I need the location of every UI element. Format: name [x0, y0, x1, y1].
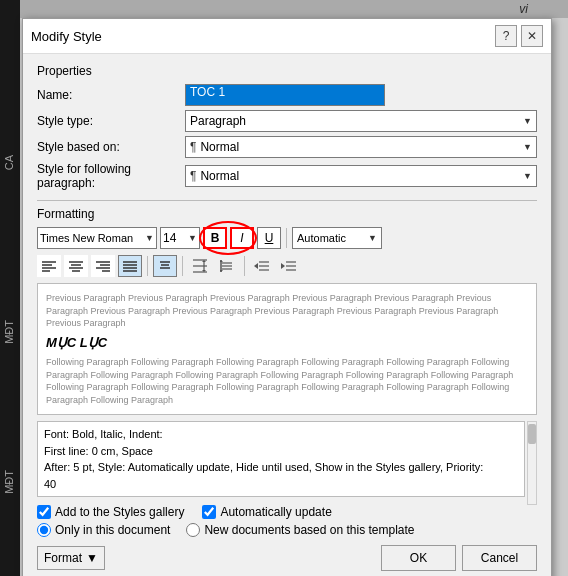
- align-right-button[interactable]: [91, 255, 115, 277]
- underline-button[interactable]: U: [257, 227, 281, 249]
- bottom-row: Format ▼ OK Cancel: [37, 545, 537, 571]
- ok-button[interactable]: OK: [381, 545, 456, 571]
- description-box: Font: Bold, Italic, Indent: First line: …: [37, 421, 525, 497]
- format-dropdown-button[interactable]: Format ▼: [37, 546, 105, 570]
- preview-box: Previous Paragraph Previous Paragraph Pr…: [37, 283, 537, 415]
- description-container: Font: Bold, Italic, Indent: First line: …: [37, 421, 537, 505]
- cancel-button[interactable]: Cancel: [462, 545, 537, 571]
- increase-indent-button[interactable]: [277, 255, 301, 277]
- radio-row: Only in this document New documents base…: [37, 523, 537, 537]
- preview-main-text: MỤC LỤC: [46, 334, 528, 352]
- preview-following-text: Following Paragraph Following Paragraph …: [46, 356, 528, 406]
- add-to-gallery-label: Add to the Styles gallery: [37, 505, 184, 519]
- name-input[interactable]: TOC 1: [185, 84, 385, 106]
- only-this-doc-radio[interactable]: [37, 523, 51, 537]
- dialog-controls: ? ✕: [495, 25, 543, 47]
- dialog-body: Properties Name: TOC 1 Style type: Parag…: [23, 54, 551, 576]
- decrease-indent-button[interactable]: [250, 255, 274, 277]
- new-documents-radio[interactable]: [186, 523, 200, 537]
- formatting-label: Formatting: [37, 207, 537, 221]
- dialog-title: Modify Style: [31, 29, 102, 44]
- style-type-value: Paragraph ▼: [185, 110, 537, 132]
- size-arrow: ▼: [188, 233, 197, 243]
- checkbox-row: Add to the Styles gallery Automatically …: [37, 505, 537, 519]
- size-select[interactable]: 14 ▼: [160, 227, 200, 249]
- style-type-arrow: ▼: [523, 116, 532, 126]
- color-arrow: ▼: [368, 233, 377, 243]
- align-separator-1: [147, 256, 148, 276]
- style-based-label: Style based on:: [37, 136, 177, 158]
- font-arrow: ▼: [145, 233, 154, 243]
- style-type-label: Style type:: [37, 110, 177, 132]
- style-following-select[interactable]: ¶ Normal ▼: [185, 165, 537, 187]
- color-select[interactable]: Automatic ▼: [292, 227, 382, 249]
- description-scrollbar[interactable]: [527, 421, 537, 505]
- description-text: Font: Bold, Italic, Indent: First line: …: [44, 428, 483, 490]
- style-based-value: ¶ Normal ▼: [185, 136, 537, 158]
- align-justify-button[interactable]: [118, 255, 142, 277]
- style-based-select[interactable]: ¶ Normal ▼: [185, 136, 537, 158]
- help-button[interactable]: ?: [495, 25, 517, 47]
- align-left-button[interactable]: [37, 255, 61, 277]
- auto-update-label: Automatically update: [202, 505, 331, 519]
- align-toolbar: [37, 255, 537, 277]
- properties-label: Properties: [37, 64, 537, 78]
- name-value: TOC 1: [185, 84, 537, 106]
- toolbar-separator-1: [286, 228, 287, 248]
- align-center-button[interactable]: [64, 255, 88, 277]
- add-to-gallery-checkbox[interactable]: [37, 505, 51, 519]
- scrollbar-thumb: [528, 424, 536, 444]
- modify-style-dialog: Modify Style ? ✕ Properties Name: TOC 1 …: [22, 18, 552, 576]
- new-documents-label: New documents based on this template: [186, 523, 414, 537]
- para-icon-following: ¶: [190, 169, 196, 183]
- style-based-arrow: ▼: [523, 142, 532, 152]
- center-with-bar-button[interactable]: [153, 255, 177, 277]
- bold-button[interactable]: B: [203, 227, 227, 249]
- italic-button[interactable]: I: [230, 227, 254, 249]
- svg-marker-38: [281, 263, 285, 269]
- align-separator-3: [244, 256, 245, 276]
- bold-italic-container: B: [203, 227, 227, 249]
- properties-grid: Name: TOC 1 Style type: Paragraph ▼ Styl…: [37, 84, 537, 190]
- style-following-label: Style for following paragraph:: [37, 162, 177, 190]
- style-following-arrow: ▼: [523, 171, 532, 181]
- only-this-doc-label: Only in this document: [37, 523, 170, 537]
- divider-1: [37, 200, 537, 201]
- style-type-select[interactable]: Paragraph ▼: [185, 110, 537, 132]
- formatting-toolbar: Times New Roman ▼ 14 ▼ B I U Automatic ▼: [37, 227, 537, 249]
- line-spacing-button[interactable]: [188, 255, 212, 277]
- style-following-value: ¶ Normal ▼: [185, 162, 537, 190]
- para-icon-based: ¶: [190, 140, 196, 154]
- auto-update-checkbox[interactable]: [202, 505, 216, 519]
- font-select[interactable]: Times New Roman ▼: [37, 227, 157, 249]
- para-spacing-button[interactable]: [215, 255, 239, 277]
- ok-cancel-row: OK Cancel: [381, 545, 537, 571]
- svg-marker-34: [254, 263, 258, 269]
- preview-previous-text: Previous Paragraph Previous Paragraph Pr…: [46, 292, 528, 330]
- name-label: Name:: [37, 84, 177, 106]
- dialog-titlebar: Modify Style ? ✕: [23, 19, 551, 54]
- close-button[interactable]: ✕: [521, 25, 543, 47]
- align-separator-2: [182, 256, 183, 276]
